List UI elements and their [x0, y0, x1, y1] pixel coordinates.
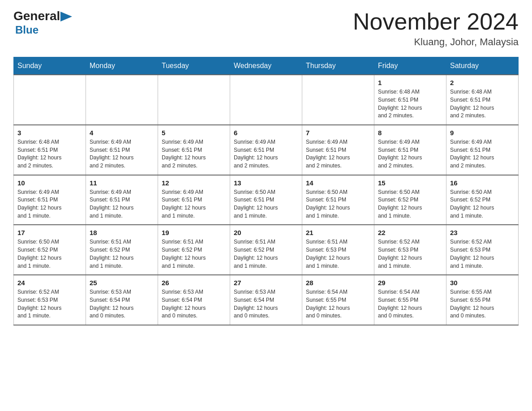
day-number: 24	[17, 279, 82, 287]
table-row: 21Sunrise: 6:51 AMSunset: 6:53 PMDayligh…	[302, 225, 374, 275]
col-wednesday: Wednesday	[230, 57, 302, 75]
table-row: 29Sunrise: 6:54 AMSunset: 6:55 PMDayligh…	[374, 275, 446, 325]
day-info: Sunrise: 6:50 AMSunset: 6:52 PMDaylight:…	[378, 188, 442, 220]
day-info: Sunrise: 6:51 AMSunset: 6:52 PMDaylight:…	[90, 238, 154, 270]
table-row: 1Sunrise: 6:48 AMSunset: 6:51 PMDaylight…	[374, 75, 446, 125]
day-info: Sunrise: 6:50 AMSunset: 6:51 PMDaylight:…	[306, 188, 370, 220]
day-number: 27	[234, 279, 298, 287]
table-row: 8Sunrise: 6:49 AMSunset: 6:51 PMDaylight…	[374, 125, 446, 175]
logo-blue-text: Blue	[13, 24, 72, 36]
day-number: 28	[306, 279, 370, 287]
day-info: Sunrise: 6:48 AMSunset: 6:51 PMDaylight:…	[378, 88, 442, 120]
table-row	[86, 75, 158, 125]
day-number: 30	[450, 279, 515, 287]
day-number: 18	[90, 229, 154, 236]
calendar-week-row: 10Sunrise: 6:49 AMSunset: 6:51 PMDayligh…	[14, 175, 519, 225]
table-row: 12Sunrise: 6:49 AMSunset: 6:51 PMDayligh…	[158, 175, 230, 225]
logo: General Blue	[13, 9, 72, 36]
day-info: Sunrise: 6:49 AMSunset: 6:51 PMDaylight:…	[162, 138, 226, 170]
day-number: 15	[378, 179, 442, 187]
table-row: 20Sunrise: 6:51 AMSunset: 6:52 PMDayligh…	[230, 225, 302, 275]
table-row: 22Sunrise: 6:52 AMSunset: 6:53 PMDayligh…	[374, 225, 446, 275]
day-number: 25	[90, 279, 154, 287]
svg-marker-0	[60, 12, 72, 21]
table-row: 27Sunrise: 6:53 AMSunset: 6:54 PMDayligh…	[230, 275, 302, 325]
day-number: 8	[378, 129, 442, 137]
day-info: Sunrise: 6:52 AMSunset: 6:53 PMDaylight:…	[450, 238, 515, 270]
day-number: 21	[306, 229, 370, 236]
table-row: 17Sunrise: 6:50 AMSunset: 6:52 PMDayligh…	[14, 225, 86, 275]
table-row: 28Sunrise: 6:54 AMSunset: 6:55 PMDayligh…	[302, 275, 374, 325]
table-row: 16Sunrise: 6:50 AMSunset: 6:52 PMDayligh…	[446, 175, 519, 225]
location-text: Kluang, Johor, Malaysia	[353, 36, 519, 48]
col-friday: Friday	[374, 57, 446, 75]
col-thursday: Thursday	[302, 57, 374, 75]
table-row: 5Sunrise: 6:49 AMSunset: 6:51 PMDaylight…	[158, 125, 230, 175]
day-number: 10	[17, 179, 82, 187]
table-row: 10Sunrise: 6:49 AMSunset: 6:51 PMDayligh…	[14, 175, 86, 225]
table-row: 7Sunrise: 6:49 AMSunset: 6:51 PMDaylight…	[302, 125, 374, 175]
table-row: 11Sunrise: 6:49 AMSunset: 6:51 PMDayligh…	[86, 175, 158, 225]
day-number: 19	[162, 229, 226, 236]
calendar-title: November 2024 Kluang, Johor, Malaysia	[353, 9, 519, 48]
table-row: 18Sunrise: 6:51 AMSunset: 6:52 PMDayligh…	[86, 225, 158, 275]
day-number: 4	[90, 129, 154, 137]
day-number: 14	[306, 179, 370, 187]
table-row: 24Sunrise: 6:52 AMSunset: 6:53 PMDayligh…	[14, 275, 86, 325]
day-number: 9	[450, 129, 515, 137]
table-row	[14, 75, 86, 125]
day-info: Sunrise: 6:49 AMSunset: 6:51 PMDaylight:…	[378, 138, 442, 170]
day-info: Sunrise: 6:51 AMSunset: 6:53 PMDaylight:…	[306, 238, 370, 270]
table-row	[302, 75, 374, 125]
day-number: 2	[450, 79, 515, 86]
col-monday: Monday	[86, 57, 158, 75]
day-info: Sunrise: 6:52 AMSunset: 6:53 PMDaylight:…	[378, 238, 442, 270]
table-row: 3Sunrise: 6:48 AMSunset: 6:51 PMDaylight…	[14, 125, 86, 175]
logo-arrow-icon	[60, 12, 72, 21]
table-row: 13Sunrise: 6:50 AMSunset: 6:51 PMDayligh…	[230, 175, 302, 225]
day-info: Sunrise: 6:51 AMSunset: 6:52 PMDaylight:…	[162, 238, 226, 270]
day-number: 29	[378, 279, 442, 287]
day-info: Sunrise: 6:53 AMSunset: 6:54 PMDaylight:…	[162, 288, 226, 320]
table-row: 15Sunrise: 6:50 AMSunset: 6:52 PMDayligh…	[374, 175, 446, 225]
day-info: Sunrise: 6:53 AMSunset: 6:54 PMDaylight:…	[234, 288, 298, 320]
day-info: Sunrise: 6:48 AMSunset: 6:51 PMDaylight:…	[450, 88, 515, 120]
day-number: 20	[234, 229, 298, 236]
table-row	[230, 75, 302, 125]
day-info: Sunrise: 6:49 AMSunset: 6:51 PMDaylight:…	[162, 188, 226, 220]
day-info: Sunrise: 6:50 AMSunset: 6:51 PMDaylight:…	[234, 188, 298, 220]
col-tuesday: Tuesday	[158, 57, 230, 75]
table-row	[158, 75, 230, 125]
calendar-week-row: 3Sunrise: 6:48 AMSunset: 6:51 PMDaylight…	[14, 125, 519, 175]
day-info: Sunrise: 6:55 AMSunset: 6:55 PMDaylight:…	[450, 288, 515, 320]
page-header: General Blue November 2024 Kluang, Johor…	[13, 9, 519, 48]
calendar-week-row: 17Sunrise: 6:50 AMSunset: 6:52 PMDayligh…	[14, 225, 519, 275]
day-info: Sunrise: 6:54 AMSunset: 6:55 PMDaylight:…	[378, 288, 442, 320]
day-number: 17	[17, 229, 82, 236]
col-sunday: Sunday	[14, 57, 86, 75]
table-row: 30Sunrise: 6:55 AMSunset: 6:55 PMDayligh…	[446, 275, 519, 325]
table-row: 26Sunrise: 6:53 AMSunset: 6:54 PMDayligh…	[158, 275, 230, 325]
day-info: Sunrise: 6:50 AMSunset: 6:52 PMDaylight:…	[17, 238, 82, 270]
day-number: 13	[234, 179, 298, 187]
day-number: 12	[162, 179, 226, 187]
day-info: Sunrise: 6:49 AMSunset: 6:51 PMDaylight:…	[90, 188, 154, 220]
calendar-header-row: Sunday Monday Tuesday Wednesday Thursday…	[14, 57, 519, 75]
day-info: Sunrise: 6:51 AMSunset: 6:52 PMDaylight:…	[234, 238, 298, 270]
calendar-table: Sunday Monday Tuesday Wednesday Thursday…	[13, 57, 519, 325]
col-saturday: Saturday	[446, 57, 519, 75]
day-info: Sunrise: 6:49 AMSunset: 6:51 PMDaylight:…	[234, 138, 298, 170]
day-info: Sunrise: 6:50 AMSunset: 6:52 PMDaylight:…	[450, 188, 515, 220]
table-row: 23Sunrise: 6:52 AMSunset: 6:53 PMDayligh…	[446, 225, 519, 275]
calendar-week-row: 24Sunrise: 6:52 AMSunset: 6:53 PMDayligh…	[14, 275, 519, 325]
day-number: 6	[234, 129, 298, 137]
day-info: Sunrise: 6:52 AMSunset: 6:53 PMDaylight:…	[17, 288, 82, 320]
table-row: 4Sunrise: 6:49 AMSunset: 6:51 PMDaylight…	[86, 125, 158, 175]
logo-general-text: General	[13, 9, 60, 23]
day-number: 3	[17, 129, 82, 137]
day-info: Sunrise: 6:49 AMSunset: 6:51 PMDaylight:…	[306, 138, 370, 170]
table-row: 2Sunrise: 6:48 AMSunset: 6:51 PMDaylight…	[446, 75, 519, 125]
day-number: 23	[450, 229, 515, 236]
day-number: 5	[162, 129, 226, 137]
day-number: 1	[378, 79, 442, 86]
